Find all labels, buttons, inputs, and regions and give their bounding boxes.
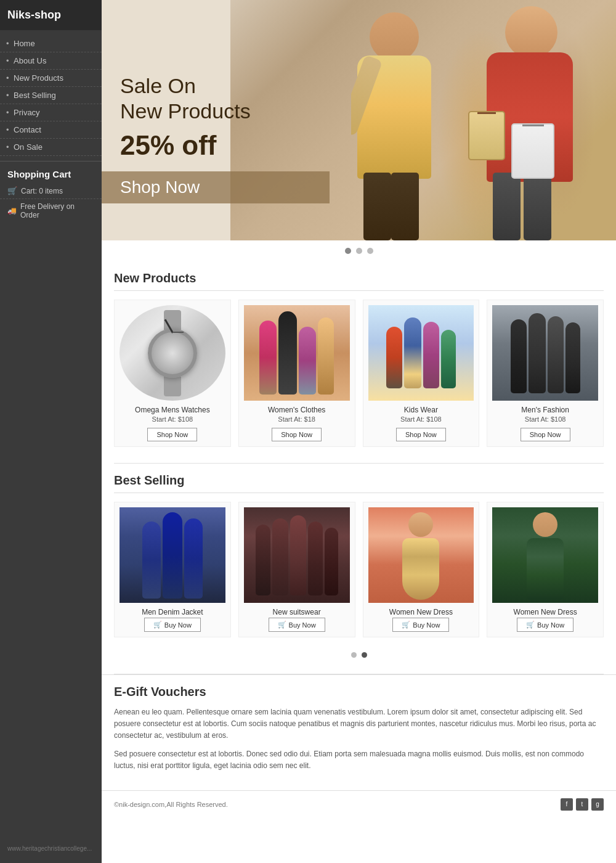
hero-person-left [351, 0, 474, 240]
cart-icon-suits: 🛒 [278, 621, 286, 629]
delivery-info: 🚚 Free Delivery on Order [0, 199, 102, 223]
footer-copyright: ©nik-design.com,All Rights Reserved. [114, 801, 228, 808]
page-footer: ©nik-design.com,All Rights Reserved. f t… [102, 790, 616, 818]
sidebar-nav-item-home[interactable]: Home [0, 35, 102, 52]
product-name-suits: New suitswear [244, 608, 350, 616]
egift-section: E-Gift Vouchers Aenean eu leo quam. Pell… [102, 674, 616, 790]
hero-banner: Sale On New Products 25% off Shop Now [102, 0, 616, 240]
product-name-mens: Men's Fashion [492, 406, 598, 414]
product-price-watch: Start At: $108 [120, 415, 225, 423]
product-name-denim: Men Denim Jacket [120, 608, 225, 616]
product-card-watch: Omega Mens Watches Start At: $108 Shop N… [114, 300, 231, 447]
sidebar-nav-item-new-products[interactable]: New Products [0, 70, 102, 87]
sidebar-nav-item-contact[interactable]: Contact [0, 121, 102, 139]
best-selling-grid: Men Denim Jacket 🛒 Buy Now [114, 502, 604, 647]
dress1-figure [402, 512, 439, 599]
product-card-women: Women's Clothes Start At: $18 Shop Now [238, 300, 355, 447]
hero-text-block: Sale On New Products 25% off [102, 55, 269, 186]
main-content: Sale On New Products 25% off Shop Now Ne… [102, 0, 616, 863]
carousel-dot-3[interactable] [367, 248, 373, 254]
shopping-bag-1 [468, 111, 505, 160]
delivery-icon: 🚚 [7, 207, 17, 215]
product-img-suits [244, 507, 350, 603]
hero-sale-line2: New Products [120, 99, 251, 124]
product-card-denim: Men Denim Jacket 🛒 Buy Now [114, 502, 231, 637]
egift-title: E-Gift Vouchers [114, 685, 604, 699]
sidebar-nav-item-about-us[interactable]: About Us [0, 52, 102, 70]
hero-discount: 25% off [120, 130, 251, 161]
twitter-icon[interactable]: t [576, 798, 588, 811]
product-name-watch: Omega Mens Watches [120, 406, 225, 414]
product-name-dress1: Women New Dress [368, 608, 474, 616]
cart-icon-dress1: 🛒 [402, 621, 410, 629]
new-products-section: New Products Omega Men [102, 261, 616, 463]
new-products-title: New Products [114, 271, 604, 291]
product-card-kids: Kids Wear Start At: $108 Shop Now [363, 300, 480, 447]
mens-silhouettes [511, 313, 580, 393]
product-card-mens: Men's Fashion Start At: $108 Shop Now [487, 300, 604, 447]
best-selling-dot-1[interactable] [351, 652, 357, 658]
egift-paragraph2: Sed posuere consectetur est at lobortis.… [114, 748, 604, 772]
shop-now-button-watch[interactable]: Shop Now [147, 428, 197, 441]
kids-silhouettes [386, 317, 456, 388]
product-name-dress2: Women New Dress [492, 608, 598, 616]
sidebar-nav: HomeAbout UsNew ProductsBest SellingPriv… [0, 30, 102, 162]
women-silhouettes [259, 311, 334, 395]
buy-now-button-dress1[interactable]: 🛒 Buy Now [392, 618, 449, 632]
cart-icon: 🛒 [7, 186, 17, 195]
product-name-women: Women's Clothes [244, 406, 350, 414]
product-img-mens [492, 305, 598, 401]
hero-carousel-dots [102, 240, 616, 261]
product-img-dress1 [368, 507, 474, 603]
product-price-kids: Start At: $108 [368, 415, 474, 423]
sidebar: Niks-shop HomeAbout UsNew ProductsBest S… [0, 0, 102, 863]
carousel-dot-1[interactable] [345, 248, 351, 254]
shopping-bag-2 [511, 123, 554, 179]
facebook-icon[interactable]: f [561, 798, 573, 811]
product-img-watch [120, 305, 225, 401]
product-price-mens: Start At: $108 [492, 415, 598, 423]
hero-background [230, 0, 616, 240]
sidebar-footer-text: www.heritagechristiancollege... [0, 838, 102, 857]
best-selling-section: Best Selling Men Denim Jacket 🛒 Buy Now [102, 464, 616, 674]
carousel-dot-2[interactable] [356, 248, 362, 254]
product-card-suits: New suitswear 🛒 Buy Now [238, 502, 355, 637]
buy-now-button-suits[interactable]: 🛒 Buy Now [269, 618, 325, 632]
egift-paragraph1: Aenean eu leo quam. Pellentesque ornare … [114, 706, 604, 742]
google-icon[interactable]: g [591, 798, 604, 811]
dress2-figure [527, 512, 564, 599]
sidebar-nav-item-on-sale[interactable]: On Sale [0, 139, 102, 156]
buy-now-button-denim[interactable]: 🛒 Buy Now [144, 618, 201, 632]
product-name-kids: Kids Wear [368, 406, 474, 414]
product-price-women: Start At: $18 [244, 415, 350, 423]
product-img-denim [120, 507, 225, 603]
new-products-grid: Omega Mens Watches Start At: $108 Shop N… [114, 300, 604, 457]
shopping-cart-title: Shopping Cart [0, 162, 102, 183]
cart-icon-dress2: 🛒 [526, 621, 535, 629]
product-img-dress2 [492, 507, 598, 603]
product-img-women [244, 305, 350, 401]
best-selling-title: Best Selling [114, 473, 604, 493]
hero-sale-line1: Sale On [120, 73, 251, 99]
product-card-dress2: Women New Dress 🛒 Buy Now [487, 502, 604, 637]
buy-now-button-dress2[interactable]: 🛒 Buy Now [517, 618, 573, 632]
denim-silhouettes [142, 512, 203, 599]
suits-silhouettes [256, 515, 338, 595]
best-selling-dot-2[interactable] [362, 652, 367, 658]
product-card-dress1: Women New Dress 🛒 Buy Now [363, 502, 480, 637]
cart-count[interactable]: 🛒 Cart: 0 items [0, 183, 102, 199]
best-selling-carousel-dots [114, 647, 604, 668]
social-icons-group: f t g [561, 798, 604, 811]
shop-now-button-mens[interactable]: Shop Now [521, 428, 570, 441]
sidebar-nav-item-privacy[interactable]: Privacy [0, 104, 102, 121]
shop-now-button-kids[interactable]: Shop Now [396, 428, 446, 441]
sidebar-nav-item-best-selling[interactable]: Best Selling [0, 87, 102, 104]
product-img-kids [368, 305, 474, 401]
shop-now-button-women[interactable]: Shop Now [272, 428, 322, 441]
cart-icon-denim: 🛒 [153, 621, 162, 629]
sidebar-logo[interactable]: Niks-shop [0, 0, 102, 30]
